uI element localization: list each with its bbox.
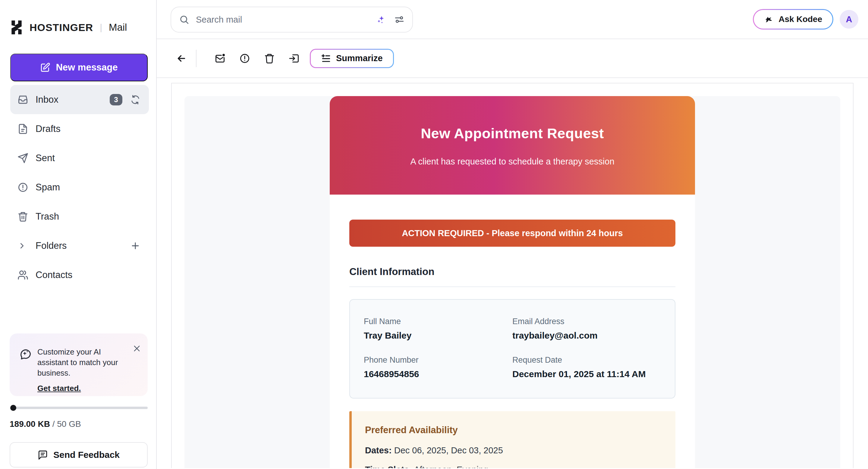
contacts-icon	[18, 270, 28, 280]
summarize-icon	[321, 54, 331, 63]
ai-promo-card: Customize your AI assistant to match you…	[10, 333, 148, 396]
sidebar-item-label: Sent	[36, 153, 55, 164]
sidebar-item-label: Drafts	[36, 124, 61, 134]
email-body: ACTION REQUIRED - Please respond within …	[330, 220, 695, 468]
field-request-date: Request Date December 01, 2025 at 11:14 …	[513, 355, 661, 380]
brand-logo[interactable]: HOSTINGER | Mail	[10, 21, 127, 34]
ai-bubble-icon	[19, 347, 32, 361]
sidebar-item-spam[interactable]: Spam	[10, 173, 149, 202]
chevron-right-icon	[18, 241, 27, 250]
ask-kodee-label: Ask Kodee	[778, 14, 822, 24]
field-label: Phone Number	[364, 355, 513, 365]
close-icon[interactable]	[133, 344, 141, 353]
availability-value: Dec 06, 2025, Dec 03, 2025	[392, 445, 503, 455]
message-toolbar: Summarize	[157, 39, 868, 78]
top-header: Ask Kodee A	[157, 0, 868, 39]
storage-total: / 50 GB	[50, 419, 81, 429]
storage-progress-indicator	[10, 405, 16, 411]
report-spam-button[interactable]	[237, 51, 253, 66]
email-content-card: New Appointment Request A client has req…	[330, 96, 695, 468]
delete-button[interactable]	[261, 51, 277, 66]
sidebar-item-label: Folders	[36, 240, 67, 251]
avatar-initial: A	[846, 14, 852, 24]
email-background-panel: New Appointment Request A client has req…	[184, 96, 840, 468]
sidebar: HOSTINGER | Mail New message Inbox 3 Dra…	[0, 0, 157, 469]
add-folder-icon[interactable]	[130, 241, 141, 251]
new-message-label: New message	[56, 62, 118, 73]
mark-unread-icon	[215, 53, 225, 64]
field-label: Email Address	[513, 316, 661, 326]
brand-separator: |	[100, 22, 102, 33]
storage-usage-text: 189.00 KB / 50 GB	[10, 419, 81, 429]
filter-icon[interactable]	[394, 14, 404, 25]
send-feedback-button[interactable]: Send Feedback	[10, 442, 148, 468]
back-button[interactable]	[174, 51, 189, 66]
sidebar-item-sent[interactable]: Sent	[10, 143, 149, 173]
main-area: Ask Kodee A	[157, 0, 868, 469]
sidebar-item-label: Inbox	[36, 94, 59, 105]
sidebar-item-label: Spam	[36, 182, 60, 193]
client-information-card: Full Name Tray Bailey Email Address tray…	[349, 299, 675, 399]
field-email-address: Email Address traybailey@aol.com	[513, 316, 661, 341]
ai-get-started-link[interactable]: Get started.	[37, 384, 81, 393]
kodee-icon	[764, 14, 774, 24]
summarize-label: Summarize	[336, 53, 383, 63]
storage-progress-bar	[11, 407, 148, 409]
delete-icon	[264, 53, 275, 64]
availability-label: Time Slots:	[365, 465, 412, 468]
sidebar-item-label: Trash	[36, 211, 59, 222]
brand-wordmark: HOSTINGER	[30, 22, 93, 33]
availability-dates-row: Dates: Dec 06, 2025, Dec 03, 2025	[365, 445, 661, 456]
field-label: Full Name	[364, 316, 513, 326]
inbox-icon	[18, 94, 28, 105]
mark-unread-button[interactable]	[212, 51, 228, 66]
send-feedback-label: Send Feedback	[53, 450, 120, 460]
ai-sparkles-icon[interactable]	[376, 15, 386, 24]
hostinger-logo-icon	[10, 21, 24, 34]
inbox-unread-badge: 3	[110, 94, 122, 105]
field-value: Tray Bailey	[364, 330, 513, 341]
availability-timeslots-row: Time Slots: Afternoon, Evening	[365, 464, 661, 468]
search-input[interactable]	[196, 15, 376, 25]
field-phone-number: Phone Number 16468954856	[364, 355, 513, 380]
summarize-button[interactable]: Summarize	[310, 49, 394, 68]
client-information-heading: Client Information	[349, 266, 675, 287]
app-window: HOSTINGER | Mail New message Inbox 3 Dra…	[0, 0, 868, 469]
sidebar-item-drafts[interactable]: Drafts	[10, 114, 149, 143]
ai-promo-text: Customize your AI assistant to match you…	[37, 347, 128, 378]
search-bar[interactable]	[170, 7, 413, 33]
sidebar-item-contacts[interactable]: Contacts	[10, 260, 149, 290]
sidebar-item-trash[interactable]: Trash	[10, 202, 149, 231]
feedback-icon	[38, 450, 48, 460]
brand-product: Mail	[109, 22, 127, 33]
search-icon	[179, 14, 189, 25]
spam-icon	[18, 182, 28, 193]
field-value: December 01, 2025 at 11:14 AM	[513, 368, 661, 380]
move-to-folder-button[interactable]	[286, 51, 302, 66]
refresh-icon[interactable]	[130, 95, 141, 105]
email-hero-banner: New Appointment Request A client has req…	[330, 96, 695, 195]
field-label: Request Date	[513, 355, 661, 365]
sent-icon	[18, 153, 28, 164]
field-full-name: Full Name Tray Bailey	[364, 316, 513, 341]
avatar[interactable]: A	[840, 10, 858, 29]
back-icon	[176, 53, 187, 64]
availability-value: Afternoon, Evening	[412, 465, 488, 468]
preferred-availability-section: Preferred Availability Dates: Dec 06, 20…	[349, 411, 675, 468]
compose-icon	[40, 62, 50, 73]
toolbar-divider	[196, 50, 196, 67]
preferred-availability-heading: Preferred Availability	[365, 425, 661, 436]
ask-kodee-button[interactable]: Ask Kodee	[753, 9, 833, 30]
sidebar-item-folders[interactable]: Folders	[10, 231, 149, 260]
storage-used: 189.00 KB	[10, 419, 50, 429]
trash-icon	[18, 211, 28, 222]
field-value: 16468954856	[364, 368, 513, 380]
new-message-button[interactable]: New message	[10, 54, 148, 81]
move-to-icon	[289, 53, 300, 64]
email-hero-subtitle: A client has requested to schedule a the…	[330, 157, 695, 167]
field-value: traybailey@aol.com	[513, 330, 661, 341]
action-required-banner: ACTION REQUIRED - Please respond within …	[349, 220, 675, 247]
drafts-icon	[18, 124, 28, 134]
email-hero-title: New Appointment Request	[330, 96, 695, 141]
sidebar-item-inbox[interactable]: Inbox 3	[10, 85, 149, 114]
